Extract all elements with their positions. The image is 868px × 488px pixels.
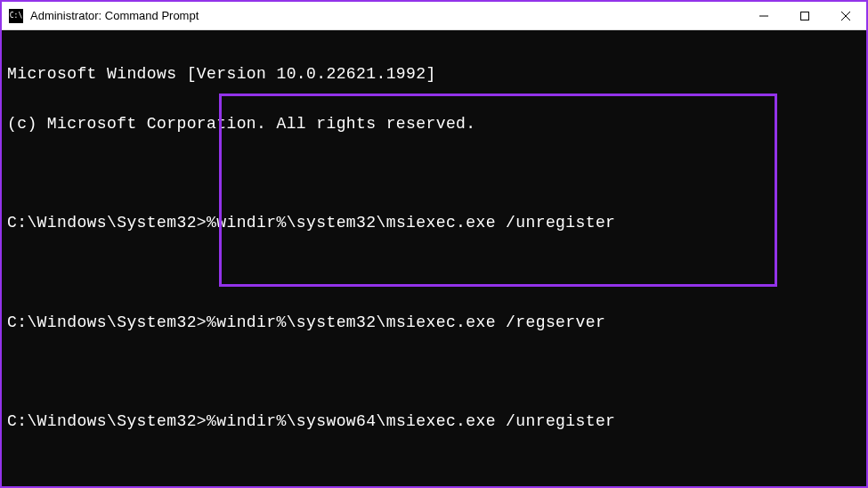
window-title: Administrator: Command Prompt (30, 9, 743, 22)
terminal-blank (7, 460, 861, 484)
prompt-text: C:\Windows\System32> (7, 313, 207, 331)
terminal-line: C:\Windows\System32>%windir%\system32\ms… (7, 311, 861, 336)
cmd-icon: C:\ (9, 9, 23, 23)
command-text: %windir%\syswow64\msiexec.exe /unregiste… (207, 412, 615, 430)
window-titlebar: C:\ Administrator: Command Prompt (2, 2, 866, 30)
terminal-blank (7, 361, 861, 386)
minimize-button[interactable] (743, 2, 784, 30)
prompt-text: C:\Windows\System32> (7, 214, 207, 232)
terminal-blank (7, 261, 861, 286)
terminal-line: Microsoft Windows [Version 10.0.22621.19… (7, 62, 861, 87)
terminal-line: (c) Microsoft Corporation. All rights re… (7, 112, 861, 137)
terminal-blank (7, 161, 861, 186)
svg-rect-1 (801, 12, 809, 20)
terminal-output[interactable]: Microsoft Windows [Version 10.0.22621.19… (2, 30, 866, 486)
command-text: %windir%\system32\msiexec.exe /unregiste… (207, 214, 615, 232)
window-controls (743, 2, 866, 30)
maximize-button[interactable] (784, 2, 825, 30)
close-button[interactable] (825, 2, 866, 30)
terminal-line: C:\Windows\System32>%windir%\syswow64\ms… (7, 410, 861, 435)
terminal-line: C:\Windows\System32>%windir%\system32\ms… (7, 211, 861, 236)
prompt-text: C:\Windows\System32> (7, 412, 207, 430)
command-text: %windir%\system32\msiexec.exe /regserver (207, 313, 605, 331)
